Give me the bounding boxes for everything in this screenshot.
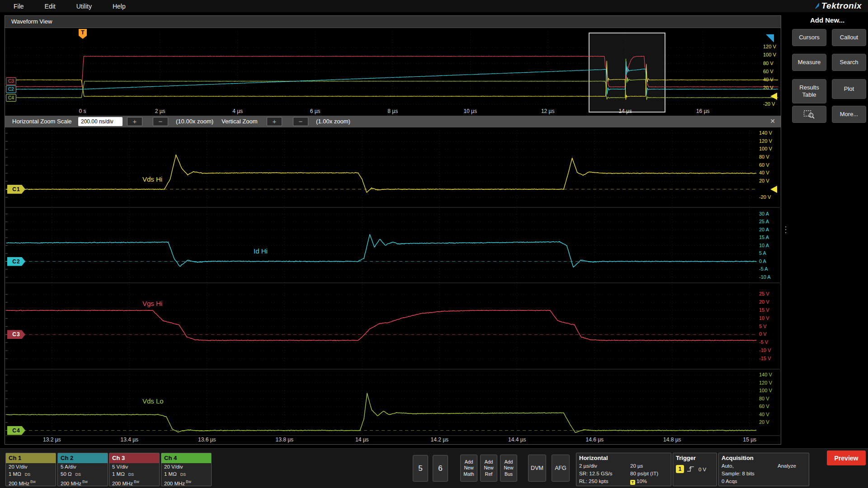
channel-5-button[interactable]: 5 [413, 455, 428, 482]
channel-coupling-tag: DS [180, 472, 186, 477]
add-new-math-button[interactable]: AddNewMath [460, 455, 477, 482]
channel-settings-ch3[interactable]: Ch 35 V/div1 MΩDS200 MHzBw [109, 453, 160, 486]
menu-bar: FileEditUtilityHelp [0, 0, 868, 12]
hzoom-decrease-button[interactable]: − [153, 117, 168, 126]
overview-time-label: 6 µs [310, 108, 321, 114]
afg-button[interactable]: AFG [552, 455, 570, 482]
vzoom-label: Vertical Zoom [222, 118, 257, 125]
trace-name-label-c2[interactable]: Id Hi [254, 247, 268, 255]
trigger-title: Trigger [673, 453, 717, 461]
vzoom-decrease-button[interactable]: − [293, 117, 308, 126]
menu-item-utility[interactable]: Utility [76, 3, 92, 10]
scale-label-c4: 20 V [759, 419, 769, 425]
sidebar-button-zoom[interactable] [792, 106, 826, 123]
channel-bandwidth-value: 200 MHzBw [6, 478, 56, 486]
hzoom-scale-label: Horizontal Zoom Scale [12, 118, 72, 125]
sidebar-button-search[interactable]: Search [832, 54, 866, 71]
zoom-time-label: 13.4 µs [120, 436, 138, 443]
trigger-settings-panel[interactable]: Trigger 1 0 V [673, 453, 717, 486]
acquisition-mode: Auto, [722, 463, 734, 469]
scale-label-c4: 80 V [759, 396, 769, 401]
channel-settings-ch2[interactable]: Ch 25 A/div50 ΩDS200 MHzBw [57, 453, 108, 486]
zoom-window-box[interactable] [589, 33, 665, 113]
zoom-area-icon [803, 109, 815, 119]
menu-item-file[interactable]: File [14, 3, 24, 10]
scale-label-c1: 80 V [759, 154, 769, 160]
channel-6-button[interactable]: 6 [433, 455, 448, 482]
bandwidth-limit-icon: Bw [134, 479, 139, 484]
scale-label-c2: 10 A [759, 243, 769, 248]
zoom-time-label: 14.6 µs [585, 436, 604, 443]
overview-scale-label: 60 V [763, 69, 774, 74]
overview-time-label: 10 µs [463, 108, 477, 114]
horizontal-settings-panel[interactable]: Horizontal 2 µs/div 20 µs SR: 12.5 GS/s … [576, 453, 671, 486]
channel-coupling-tag: DS [25, 472, 31, 477]
hzoom-scale-input[interactable]: 200.00 ns/div [78, 117, 123, 126]
channel-settings-ch1[interactable]: Ch 120 V/div1 MΩDS200 MHzBw [5, 453, 56, 486]
close-zoom-bar-icon[interactable]: ✕ [770, 117, 775, 125]
trace-name-label-c3[interactable]: Vgs Hi [142, 300, 162, 307]
zoom-time-label: 14.4 µs [508, 436, 526, 443]
zoom-time-label: 13.8 µs [275, 436, 293, 443]
ch1-ground-marker-main-icon[interactable] [770, 186, 777, 193]
zoom-time-label: 13.6 µs [198, 436, 216, 443]
trigger-slope-icon [687, 465, 695, 474]
scale-label-c4: 120 V [759, 380, 772, 385]
trigger-position-icon: T [630, 480, 635, 485]
trace-name-label-c1[interactable]: Vds Hi [142, 175, 162, 183]
overview-channel-badge-c2[interactable]: C2 [6, 85, 16, 93]
overview-time-label: 4 µs [232, 108, 243, 114]
scale-label-c4: 40 V [759, 412, 769, 417]
scale-label-c2: 15 A [759, 235, 769, 240]
sidebar-button-results-table[interactable]: Results Table [792, 79, 826, 103]
menu-item-edit[interactable]: Edit [45, 3, 56, 10]
channel-header-label: Ch 3 [109, 453, 159, 463]
add-new-ref-button[interactable]: AddNewRef [480, 455, 497, 482]
scale-label-c4: 140 V [759, 372, 772, 377]
acquisition-title: Acquisition [719, 453, 809, 461]
channel-header-label: Ch 2 [58, 453, 108, 463]
overview-time-label: 8 µs [387, 108, 398, 114]
hzoom-increase-button[interactable]: + [127, 117, 142, 126]
sidebar-button-cursors[interactable]: Cursors [792, 29, 826, 46]
trigger-source-badge: 1 [676, 465, 684, 473]
dvm-button[interactable]: DVM [528, 455, 546, 482]
ch1-ground-marker-overview-icon[interactable] [770, 93, 777, 100]
vzoom-factor-label: (1.00x zoom) [316, 118, 350, 125]
waveform-view-title: Waveform View [5, 16, 781, 28]
add-new-bus-button[interactable]: AddNewBus [500, 455, 517, 482]
sidebar-button-plot[interactable]: Plot [832, 79, 866, 99]
channel-badge-marker-c3[interactable]: C3 [7, 330, 25, 339]
channel-badge-marker-c2[interactable]: C2 [7, 257, 25, 266]
trace-name-label-c4[interactable]: Vds Lo [142, 397, 164, 405]
menu-item-help[interactable]: Help [113, 3, 126, 10]
channel-scale-value: 5 A/div [58, 463, 108, 470]
overview-scale-label: -20 V [763, 101, 775, 107]
vzoom-increase-button[interactable]: + [267, 117, 282, 126]
channel-badge-marker-c4[interactable]: C4 [7, 426, 25, 435]
sidebar-button-measure[interactable]: Measure [792, 54, 826, 71]
channel-bandwidth-value: 200 MHzBw [109, 478, 159, 486]
sidebar-button-callout[interactable]: Callout [832, 29, 866, 46]
preview-button[interactable]: Preview [827, 450, 866, 465]
scale-label-c2: -10 A [759, 274, 771, 280]
horizontal-position-marker-icon [766, 34, 774, 42]
tektronix-logo-mark [815, 3, 819, 9]
scale-label-c4: 100 V [759, 388, 772, 393]
overview-channel-badge-c4[interactable]: C4 [6, 94, 16, 102]
scale-label-c1: 140 V [759, 130, 772, 136]
oscilloscope-app: FileEditUtilityHelp Tektronix Waveform V… [0, 0, 868, 488]
channel-bandwidth-value: 200 MHzBw [58, 478, 108, 486]
overview-channel-badge-c3[interactable]: C3 [6, 77, 16, 85]
channel-badge-marker-c1[interactable]: C1 [7, 185, 25, 194]
channel-settings-ch4[interactable]: Ch 420 V/div1 MΩDS200 MHzBw [161, 453, 212, 486]
scale-label-c3: -5 V [759, 339, 768, 345]
acquisition-settings-panel[interactable]: Acquisition Auto, Analyze Sample: 8 bits… [718, 453, 809, 486]
horizontal-title: Horizontal [576, 453, 671, 461]
scale-label-c2: 20 A [759, 227, 769, 232]
panel-drag-handle[interactable]: ⋮ [782, 225, 790, 235]
horizontal-position: T10% [630, 479, 647, 485]
sidebar-button-more[interactable]: More... [832, 106, 866, 123]
horizontal-record-length: RL: 250 kpts [579, 479, 609, 484]
channel-scale-value: 20 V/div [161, 463, 211, 470]
